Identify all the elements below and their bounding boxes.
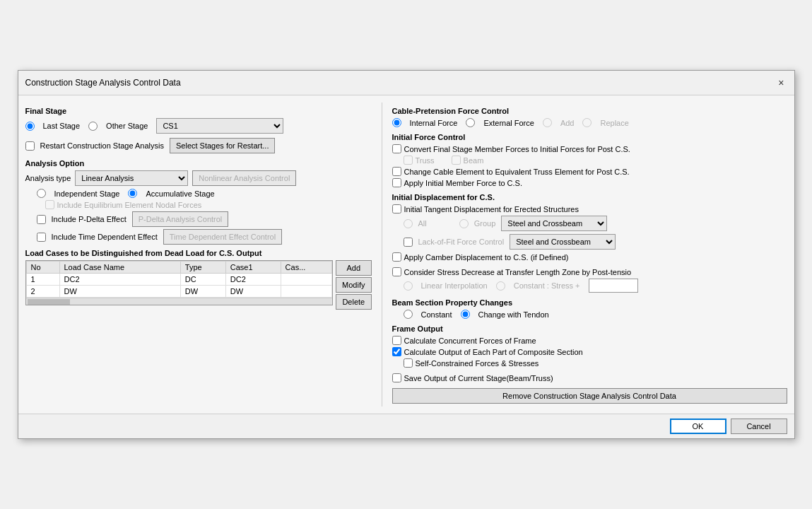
independent-stage-radio[interactable] [37, 189, 46, 198]
cell-case2 [281, 286, 332, 298]
self-constrained-row: Self-Constrained Forces & Stresses [392, 358, 787, 368]
save-output-checkbox[interactable] [392, 373, 401, 382]
initial-force-section: Initial Force Control Convert Final Stag… [392, 133, 787, 187]
cancel-button[interactable]: Cancel [731, 419, 787, 434]
title-bar: Construction Stage Analysis Control Data… [18, 71, 794, 95]
all-scope-label: All [418, 219, 427, 228]
truss-beam-row: Truss Beam [392, 156, 787, 165]
other-stage-radio[interactable] [88, 122, 98, 131]
change-cable-row: Change Cable Element to Equivalent Truss… [392, 167, 787, 176]
right-panel: Cable-Pretension Force Control Internal … [392, 103, 787, 406]
stress-value-input[interactable] [589, 279, 638, 293]
frame-output-label: Frame Output [392, 324, 787, 333]
steel-crossbeam-dropdown-1[interactable]: Steel and Crossbeam All None [501, 216, 607, 231]
restart-row: Restart Construction Stage Analysis Sele… [25, 138, 372, 153]
constant-section-radio[interactable] [404, 310, 413, 319]
nonlinear-control-button[interactable]: Nonlinear Analysis Control [192, 170, 296, 186]
apply-initial-checkbox[interactable] [392, 178, 401, 187]
apply-initial-label: Apply Initial Member Force to C.S. [404, 179, 523, 187]
close-button[interactable]: × [775, 75, 787, 90]
remove-control-button[interactable]: Remove Construction Stage Analysis Contr… [392, 388, 787, 404]
stress-decrease-row: Consider Stress Decrease at Transfer Len… [392, 267, 787, 276]
self-constrained-checkbox[interactable] [404, 358, 413, 368]
dialog-content: Final Stage Last Stage Other Stage CS1 R… [18, 95, 794, 414]
independent-stage-label: Independent Stage [54, 189, 120, 198]
save-output-row: Save Output of Current Stage(Beam/Truss) [392, 373, 787, 382]
col-case1: Case1 [225, 262, 281, 274]
constant-stress-radio[interactable] [496, 281, 505, 291]
col-name: Load Case Name [59, 262, 180, 274]
change-tendon-radio[interactable] [461, 310, 470, 319]
beam-checkbox[interactable] [452, 156, 461, 165]
table-buttons: Add Modify Delete [336, 260, 371, 310]
change-cable-checkbox[interactable] [392, 167, 401, 176]
cell-case1: DW [225, 286, 281, 298]
left-panel: Final Stage Last Stage Other Stage CS1 R… [25, 103, 372, 406]
save-output-label: Save Output of Current Stage(Beam/Truss) [404, 374, 553, 382]
apply-camber-row: Apply Camber Displacement to C.S. (if De… [392, 252, 787, 262]
all-scope-radio[interactable] [404, 219, 413, 228]
last-stage-label: Last Stage [43, 122, 81, 130]
cs-dropdown[interactable]: CS1 [156, 118, 283, 134]
last-stage-radio[interactable] [25, 122, 35, 131]
concurrent-label: Calculate Concurrent Forces of Frame [404, 337, 536, 345]
add-button[interactable]: Add [336, 260, 371, 276]
delete-button[interactable]: Delete [336, 294, 371, 310]
truss-checkbox[interactable] [404, 156, 413, 165]
cell-no: 2 [26, 286, 59, 298]
internal-force-radio[interactable] [392, 118, 401, 127]
analysis-type-dropdown[interactable]: Linear Analysis Nonlinear Analysis [75, 170, 188, 186]
apply-initial-row: Apply Initial Member Force to C.S. [392, 178, 787, 187]
load-cases-table: No Load Case Name Type Case1 Cas... [26, 261, 333, 298]
beam-label: Beam [464, 156, 484, 165]
restart-checkbox[interactable] [25, 141, 35, 151]
linear-interp-radio[interactable] [404, 281, 413, 291]
col-no: No [26, 262, 59, 274]
ok-button[interactable]: OK [670, 419, 726, 434]
timedep-control-button[interactable]: Time Dependent Effect Control [163, 229, 282, 245]
table-row[interactable]: 2 DW DW DW [26, 286, 332, 298]
equilibrium-checkbox[interactable] [45, 200, 54, 209]
cell-type: DC [180, 274, 225, 286]
accumulative-stage-radio[interactable] [128, 189, 137, 198]
concurrent-checkbox[interactable] [392, 336, 401, 345]
cable-replace-radio[interactable] [582, 118, 592, 127]
convert-checkbox[interactable] [392, 144, 401, 153]
group-scope-radio[interactable] [459, 219, 469, 228]
analysis-option-label: Analysis Option [25, 159, 372, 168]
analysis-option-section: Analysis Option Analysis type Linear Ana… [25, 159, 372, 245]
group-scope-label: Group [474, 219, 496, 228]
timedep-checkbox[interactable] [37, 233, 46, 242]
final-stage-label: Final Stage [25, 107, 372, 115]
truss-label: Truss [416, 156, 435, 165]
cell-no: 1 [26, 274, 59, 286]
equilibrium-label: Include Equilibrium Element Nodal Forces [57, 201, 202, 209]
external-force-radio[interactable] [466, 118, 475, 127]
cable-add-label: Add [560, 119, 575, 127]
all-group-row: All Group Steel and Crossbeam All None [392, 216, 787, 231]
tangent-label: Initial Tangent Displacement for Erected… [404, 205, 579, 213]
lack-fit-checkbox[interactable] [404, 238, 413, 247]
pdelta-control-button[interactable]: P-Delta Analysis Control [132, 211, 229, 227]
apply-camber-label: Apply Camber Displacement to C.S. (if De… [404, 253, 569, 262]
restart-label: Restart Construction Stage Analysis [40, 141, 164, 150]
steel-crossbeam-dropdown-2[interactable]: Steel and Crossbeam All None [510, 234, 616, 250]
constant-stress-label: Constant : Stress + [514, 281, 580, 290]
initial-displacement-section: Initial Displacement for C.S. Initial Ta… [392, 193, 787, 262]
cell-case1: DC2 [225, 274, 281, 286]
convert-label: Convert Final Stage Member Forces to Ini… [404, 145, 630, 153]
tangent-checkbox[interactable] [392, 204, 401, 213]
modify-button[interactable]: Modify [336, 277, 371, 293]
stress-decrease-checkbox[interactable] [392, 267, 401, 276]
cable-pretension-section: Cable-Pretension Force Control Internal … [392, 107, 787, 127]
cable-pretension-radios: Internal Force External Force Add Replac… [392, 118, 787, 127]
cable-add-radio[interactable] [543, 118, 552, 127]
pdelta-checkbox[interactable] [37, 215, 46, 224]
select-stages-button[interactable]: Select Stages for Restart... [170, 138, 275, 153]
table-scrollbar[interactable] [26, 298, 333, 305]
table-row[interactable]: 1 DC2 DC DC2 [26, 274, 332, 286]
composite-checkbox[interactable] [392, 347, 401, 356]
linear-interp-label: Linear Interpolation [421, 281, 488, 290]
apply-camber-checkbox[interactable] [392, 252, 401, 262]
cell-name: DC2 [59, 274, 180, 286]
